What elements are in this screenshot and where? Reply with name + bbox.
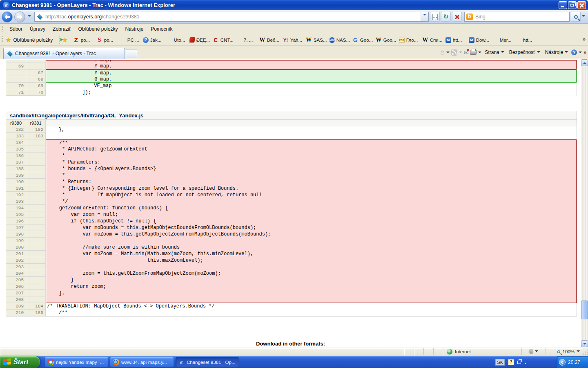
favorite-item[interactable]: Zpo... [73, 37, 96, 43]
new-revision-header[interactable]: r9381 [26, 120, 46, 126]
favorite-label: Mer... [500, 38, 512, 43]
tab-active[interactable]: Changeset 9381 - OpenLayers - Trac [3, 48, 125, 59]
zoom-control[interactable]: 100% [546, 348, 582, 355]
favorite-item[interactable]: ?Jak... [143, 37, 166, 43]
address-dropdown-caret [423, 14, 426, 17]
menu-item-pomocn-k[interactable]: Pomocník [147, 25, 176, 33]
compatibility-view-button[interactable] [430, 12, 440, 22]
menu-item--pravy[interactable]: Úpravy [26, 25, 49, 33]
favorite-item[interactable]: GGoo... [352, 37, 376, 43]
taskbar-task-3[interactable]: eChangeset 9381 - Op... [176, 357, 239, 367]
add-to-favorites-button[interactable]: ★ [62, 36, 69, 44]
window-titlebar[interactable]: e Changeset 9381 - OpenLayers - Trac - W… [0, 0, 588, 10]
back-button[interactable] [2, 11, 13, 22]
new-line-number [26, 251, 46, 257]
home-dropdown-caret[interactable] [446, 52, 450, 55]
favorite-item[interactable]: 7. ... [236, 37, 259, 43]
favorite-item[interactable]: PC ... [120, 37, 143, 43]
diff-row: 201 var moZoom = Math.min(Math.max(moZoo… [6, 251, 577, 257]
start-button[interactable]: Štart [0, 356, 40, 368]
restore-button[interactable] [568, 1, 577, 9]
old-line-number [6, 60, 26, 63]
toolbar-grip[interactable] [2, 36, 3, 43]
favorite-item[interactable]: ГЛОГло... [399, 38, 422, 43]
close-button[interactable] [577, 1, 586, 9]
menu-item-ob-ben-polo-ky[interactable]: Obľúbené položky [75, 25, 122, 33]
new-tab-button[interactable] [126, 49, 137, 58]
old-revision-header[interactable]: r9380 [6, 120, 26, 126]
z-icon: Z [73, 37, 79, 43]
history-dropdown-caret[interactable] [28, 15, 31, 18]
favorites-label[interactable]: Obľúbené položky [13, 37, 53, 43]
home-icon[interactable]: ⌂ [440, 48, 444, 56]
menu-item-s-bor[interactable]: Súbor [6, 25, 26, 33]
help-icon[interactable]: ? [571, 49, 577, 55]
minimize-button[interactable] [559, 1, 567, 9]
tools-menu[interactable]: Nástroje [543, 49, 570, 55]
favorites-overflow-chevron[interactable]: » [583, 36, 586, 42]
file-path-link[interactable]: sandbox/itranga/openlayers/lib/Itranga/O… [6, 111, 577, 120]
page-menu[interactable]: Strana [483, 49, 506, 55]
security-menu[interactable]: Bezpečnosť [508, 49, 542, 55]
tray-window-icon[interactable] [517, 361, 521, 364]
favorite-item[interactable]: WСпи... [422, 37, 445, 43]
rss-feed-icon[interactable] [451, 49, 457, 56]
favorite-item[interactable]: WВеб... [259, 37, 283, 43]
scrollbar-thumb[interactable] [581, 301, 588, 319]
favorites-star-icon[interactable]: ★ [6, 36, 11, 44]
old-line-number: 182 [6, 126, 26, 133]
taskbar-task-1[interactable]: nejdú Yandex mapy -... [45, 357, 108, 367]
resize-grip[interactable] [582, 348, 588, 355]
redbook-icon [189, 37, 195, 43]
address-dropdown-button[interactable] [421, 12, 428, 21]
search-input[interactable]: b Bing [464, 12, 570, 22]
old-line-number: 199 [6, 238, 26, 244]
help-dropdown-caret[interactable] [579, 52, 582, 55]
favorite-item[interactable]: Mhtt... [445, 37, 469, 43]
scroll-down-button[interactable] [581, 340, 588, 347]
vertical-scrollbar[interactable] [581, 59, 588, 347]
code-text: * APIMethod: getZoomForExtent [47, 146, 147, 152]
scroll-up-button[interactable] [581, 59, 588, 66]
search-go-button[interactable] [571, 12, 581, 22]
mail-icon[interactable]: ✉ [464, 49, 469, 56]
menu-item-n-stroje[interactable]: Nástroje [121, 25, 147, 33]
commandbar-overflow-chevron[interactable]: » [584, 49, 586, 55]
address-bar[interactable]: http://trac.openlayers.org/changeset/938… [34, 12, 429, 22]
refresh-button[interactable]: ↻ [441, 12, 451, 22]
protected-mode-pane[interactable] [522, 348, 546, 355]
favorite-item[interactable]: Uto... [166, 37, 189, 43]
search-options-caret[interactable] [582, 15, 585, 18]
favorite-label: PC ... [127, 38, 139, 43]
favorite-item[interactable]: WGoo... [376, 37, 399, 43]
favorite-item[interactable]: MDow... [469, 37, 492, 43]
ie-icon [515, 37, 521, 43]
print-dropdown-caret[interactable] [478, 52, 481, 55]
favorite-item[interactable]: CCNT... [213, 37, 236, 43]
stop-button[interactable] [452, 12, 462, 22]
new-line-number [26, 192, 46, 198]
favorite-item[interactable]: ĐĘĘ... [189, 37, 213, 43]
toolbar-grip[interactable] [2, 26, 3, 32]
menu-item-zobrazi-[interactable]: Zobraziť [49, 25, 75, 33]
command-bar: ⌂ ✉ Strana Bezpečnosť Nástroje ? » [440, 46, 586, 59]
code-text: var zoom = null; [47, 212, 118, 218]
favorite-item[interactable]: NASANAS... [329, 37, 352, 43]
divider [59, 36, 60, 44]
language-help-icon[interactable]: ? [508, 359, 514, 365]
favorite-item[interactable]: Y!Yah... [283, 37, 306, 43]
language-indicator[interactable]: SK [495, 359, 505, 366]
diff-row: 196 if (this.mapObject != null) { [6, 218, 577, 224]
favorite-item[interactable]: htt... [515, 37, 539, 43]
favorite-label: NAS... [336, 38, 350, 43]
taskbar-task-2[interactable]: www.34. api-maps.y... [110, 357, 174, 367]
favorite-item[interactable]: WSAS... [306, 37, 329, 43]
code-column-header [46, 120, 577, 126]
printer-icon[interactable] [470, 50, 477, 55]
tray-collapse-button[interactable] [559, 359, 566, 366]
favorite-item[interactable]: Spo... [96, 37, 120, 43]
tray-caret[interactable] [524, 363, 527, 365]
favorite-item[interactable]: Mer... [492, 37, 515, 43]
favorite-label: ĐĘĘ... [196, 38, 210, 43]
forward-button[interactable] [14, 11, 25, 22]
